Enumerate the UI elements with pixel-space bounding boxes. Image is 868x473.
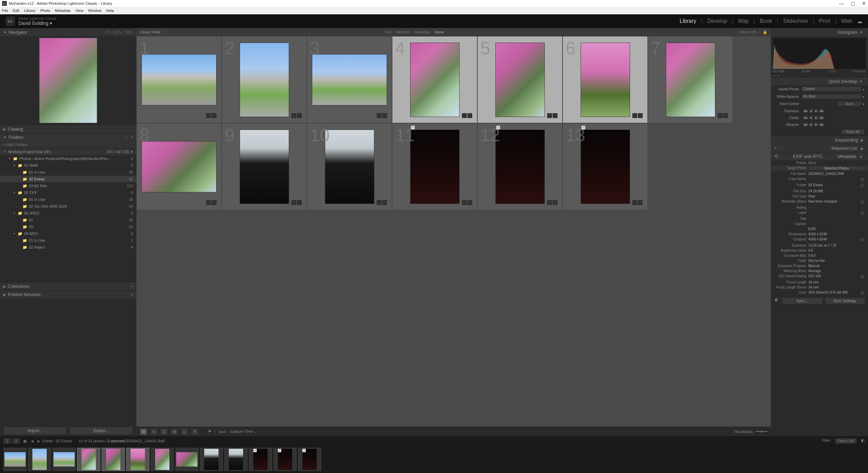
filmstrip-thumb[interactable] xyxy=(77,448,100,471)
meta-preset-value[interactable]: None xyxy=(808,161,817,165)
publish-plus-icon[interactable]: + xyxy=(131,292,133,297)
publish-header[interactable]: ▶ Publish Services + xyxy=(0,290,136,298)
painter-button[interactable]: ✎ xyxy=(191,428,198,435)
qd-wb-toggle-icon[interactable]: ▸ xyxy=(863,95,865,99)
menu-view[interactable]: View xyxy=(75,9,84,13)
sync-settings-button[interactable]: Sync Settings xyxy=(825,297,866,304)
folder-row[interactable]: ▼📁04 MOV0 xyxy=(0,230,136,237)
folder-row[interactable]: ▼📁03 JPEG0 xyxy=(0,210,136,217)
chevron-right-icon[interactable]: ◀ xyxy=(860,147,863,150)
folder-row[interactable]: ▼📁01 RAW0 xyxy=(0,162,136,169)
metadata-go-icon[interactable]: → xyxy=(860,274,865,279)
metadata-go-icon[interactable]: → xyxy=(860,211,865,216)
import-button[interactable]: Import... xyxy=(3,427,67,435)
thumbnail-slider[interactable]: ━━●━━ xyxy=(755,429,767,434)
collections-header[interactable]: ▶ Collections + xyxy=(0,282,136,290)
filmstrip-thumb[interactable] xyxy=(175,448,198,471)
survey-view-button[interactable]: ⊞ xyxy=(170,428,178,435)
menu-metadata[interactable]: Metadata xyxy=(55,9,71,13)
grid-view-button[interactable]: ▦ xyxy=(140,428,147,435)
flag-icon[interactable]: ⚑ xyxy=(208,429,211,434)
chevron-right-icon[interactable]: ▶ xyxy=(3,293,6,296)
meta-target-button[interactable]: Selected Photos xyxy=(808,166,865,171)
collections-plus-icon[interactable]: + xyxy=(131,284,133,289)
menu-file[interactable]: File xyxy=(2,9,8,13)
sync-switch-icon[interactable]: ◧ xyxy=(774,297,780,304)
qd-auto-button[interactable]: Auto xyxy=(837,101,862,106)
quick-develop-header[interactable]: Quick Develop ▼ xyxy=(771,77,868,85)
folder-row[interactable]: 📁01 In Use16 xyxy=(0,169,136,176)
screen-1-button[interactable]: 1 xyxy=(3,438,11,444)
grid-cell[interactable]: 9 xyxy=(222,123,307,210)
metadata-go-icon[interactable]: → xyxy=(860,291,865,295)
module-develop[interactable]: Develop xyxy=(707,18,727,24)
filmstrip-thumb[interactable] xyxy=(3,448,27,471)
filmstrip-thumb[interactable]: ? xyxy=(249,448,272,471)
filmstrip-thumb[interactable]: ? xyxy=(298,448,321,471)
navigator-preview[interactable] xyxy=(0,36,136,125)
filmstrip-thumb[interactable] xyxy=(151,448,174,471)
filter-state[interactable]: Filters Off ⌄ xyxy=(739,30,760,34)
export-button[interactable]: Export... xyxy=(70,427,133,435)
grid-cell[interactable]: 2 xyxy=(222,36,307,123)
folder-row[interactable]: 📁01 In Use16 xyxy=(0,196,136,203)
grid-cell[interactable]: 3 xyxy=(307,36,392,123)
qd-reset-button[interactable]: Reset All xyxy=(841,129,865,135)
breadcrumb[interactable]: Folder : 02 Extras xyxy=(42,439,72,443)
filter-tab-attribute[interactable]: Attribute xyxy=(396,30,410,34)
filmstrip-thumb[interactable] xyxy=(102,448,125,471)
minimize-icon[interactable]: — xyxy=(839,1,844,6)
qd-tone-toggle-icon[interactable]: ▸ xyxy=(863,102,865,106)
module-map[interactable]: Map xyxy=(738,18,749,24)
zoom-fit[interactable]: FIT xyxy=(105,30,110,34)
menu-help[interactable]: Help xyxy=(106,9,114,13)
keywording-header[interactable]: Keywording ◀ xyxy=(771,136,868,144)
folder-filter-input[interactable]: • Filter Folders xyxy=(0,141,136,148)
qd-wb-value[interactable]: As Shot xyxy=(802,94,862,99)
people-view-button[interactable]: ☺ xyxy=(181,428,188,435)
metadata-go-icon[interactable]: → xyxy=(860,183,865,188)
filter-tab-metadata[interactable]: Metadata xyxy=(415,30,430,34)
filmstrip-thumb[interactable]: ? xyxy=(273,448,297,471)
qd-preset-toggle-icon[interactable]: ▸ xyxy=(863,87,865,91)
filmstrip-thumb[interactable] xyxy=(28,448,51,471)
histogram-header[interactable]: Histogram ▼ xyxy=(771,28,868,36)
module-library[interactable]: Library xyxy=(679,18,696,24)
filmstrip-thumb[interactable] xyxy=(126,448,149,471)
sort-value[interactable]: Capture Time ⌄ xyxy=(230,429,257,434)
grid-view[interactable]: 1234567891011?12?13? xyxy=(136,36,771,427)
filter-tab-text[interactable]: Text xyxy=(384,30,391,34)
chevron-down-icon[interactable]: ▼ xyxy=(3,150,7,153)
chevron-right-icon[interactable]: ◀ xyxy=(860,138,863,142)
grid-cell[interactable]: 6 xyxy=(563,36,648,123)
maximize-icon[interactable]: ▢ xyxy=(851,1,855,6)
filmstrip[interactable]: ??? xyxy=(0,446,868,473)
chevron-down-icon[interactable]: ▼ xyxy=(3,31,6,34)
loupe-view-button[interactable]: ▭ xyxy=(150,428,158,435)
screen-2-button[interactable]: 2 xyxy=(12,438,20,444)
folder-row[interactable]: 📁02 Extras31 xyxy=(0,176,136,182)
grid-cell[interactable]: 1 xyxy=(136,36,222,123)
compare-view-button[interactable]: ◫ xyxy=(160,428,168,435)
drive-row[interactable]: ▼ Working Project Disk (W:) 281 / 447 GB… xyxy=(0,148,136,155)
chevron-right-icon[interactable]: ▶ xyxy=(3,128,6,131)
nav-fwd-icon[interactable]: ▶ xyxy=(38,439,40,443)
menu-edit[interactable]: Edit xyxy=(13,9,19,13)
drive-menu-icon[interactable]: ▾ xyxy=(131,150,133,154)
filmstrip-thumb[interactable] xyxy=(53,448,76,471)
crop-icon[interactable]: ▱ xyxy=(777,74,780,77)
qd-preset-value[interactable]: Custom xyxy=(802,86,862,92)
metadata-header[interactable]: ⟲ EXIF and IPTC Metadata ▼ xyxy=(771,152,868,160)
folder-row[interactable]: 📁03 AE Brkt112 xyxy=(0,182,136,189)
metadata-set-dropdown[interactable]: EXIF and IPTC xyxy=(790,153,826,159)
grid-cell[interactable]: 8 xyxy=(136,123,222,210)
folder-row[interactable]: 📁02 Reject4 xyxy=(0,244,136,251)
folders-minus-icon[interactable]: − xyxy=(125,135,128,140)
grid-cell[interactable]: 5 xyxy=(477,36,563,123)
menu-library[interactable]: Library xyxy=(24,9,36,13)
filter-lock-icon[interactable]: 🔒 xyxy=(763,30,767,34)
chevron-right-icon[interactable]: ▶ xyxy=(3,285,6,288)
folder-row[interactable]: ▼📁02 TIFF0 xyxy=(0,189,136,196)
metadata-sync-icon[interactable]: ⟲ xyxy=(774,154,778,159)
folder-row[interactable]: ▼📁Photos - Active Projects\Photography\M… xyxy=(0,155,136,162)
